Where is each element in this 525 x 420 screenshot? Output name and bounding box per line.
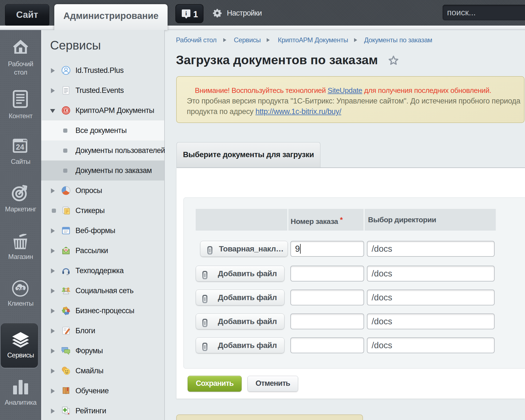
svg-text:24: 24	[16, 143, 24, 151]
svg-text:24: 24	[17, 286, 24, 293]
